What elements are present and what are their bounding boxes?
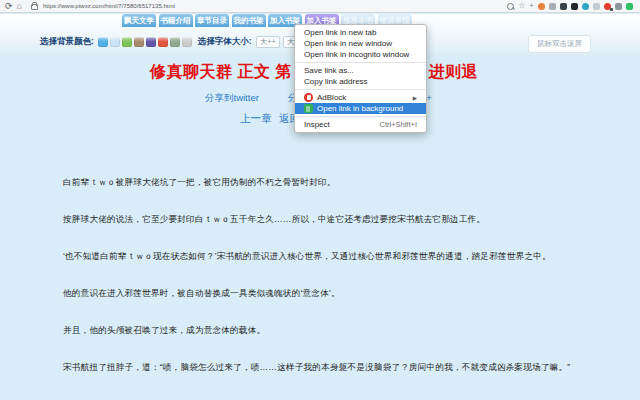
adblock-extension-icon[interactable] xyxy=(604,3,611,10)
menu-item-label: Inspect xyxy=(304,120,330,129)
menu-item[interactable]: Open link in background xyxy=(295,103,426,114)
menu-item[interactable]: Open link in incognito window xyxy=(295,49,426,60)
bg-color-swatches xyxy=(98,37,192,47)
chapter-paragraph: 白前辈ｔｗｏ被胖球大佬坑了一把，被它用伪制的不朽之骨暂时封印。 xyxy=(46,176,598,189)
bg-color-swatch[interactable] xyxy=(182,37,192,47)
bg-color-label: 选择背景颜色: xyxy=(40,36,94,48)
address-bar-url[interactable]: https://www.ptwxz.com/html/7/7580/651713… xyxy=(43,3,175,9)
menu-item-label: Open link in new window xyxy=(304,39,392,48)
font-size-button[interactable]: 大++ xyxy=(256,36,280,48)
font-size-label: 选择字体大小: xyxy=(198,36,252,48)
prev-chapter-link[interactable]: 上一章 xyxy=(240,112,272,126)
menu-item[interactable]: Save link as... xyxy=(295,65,426,76)
chapter-paragraph: 他的意识在进入邪莲世界时，被自动替换成一具类似魂魄状的‘意念体’。 xyxy=(46,287,598,300)
bg-color-swatch[interactable] xyxy=(158,37,168,47)
menu-item[interactable]: Copy link address xyxy=(295,76,426,87)
context-menu: Open link in new tabOpen link in new win… xyxy=(294,24,427,133)
home-icon[interactable]: ⌂ xyxy=(17,0,22,12)
menu-item[interactable]: InspectCtrl+Shift+I xyxy=(295,119,426,130)
browser-toolbar: ⟳ ⌂ https://www.ptwxz.com/html/7/7580/65… xyxy=(0,0,640,13)
chapter-body: 白前辈ｔｗｏ被胖球大佬坑了一把，被它用伪制的不朽之骨暂时封印。按胖球大佬的说法，… xyxy=(46,176,598,398)
extension-orange-icon[interactable] xyxy=(538,3,545,10)
screen: ⟳ ⌂ https://www.ptwxz.com/html/7/7580/65… xyxy=(0,0,640,400)
background-tab-icon xyxy=(304,104,313,113)
nav-tab[interactable]: 书籍介绍 xyxy=(159,14,193,27)
bg-color-swatch[interactable] xyxy=(170,37,180,47)
chapter-title-left: 修真聊天群 正文 第 xyxy=(150,62,292,83)
submenu-arrow-icon: ▶ xyxy=(413,95,417,101)
menu-item-label: Save link as... xyxy=(304,66,354,75)
menu-item-label: AdBlock xyxy=(317,93,346,102)
bg-color-swatch[interactable] xyxy=(134,37,144,47)
bg-color-swatch[interactable] xyxy=(98,37,108,47)
extension-dark-icon[interactable] xyxy=(571,3,578,10)
chapter-paragraph: 宋书航扭了扭脖子，道：“啧，脑袋怎么过来了，啧……这样子我的本身躯不是没脑袋了？… xyxy=(46,361,598,374)
menu-item-label: Copy link address xyxy=(304,77,368,86)
menu-item-label: Open link in new tab xyxy=(304,28,377,37)
menu-item-label: Open link in incognito window xyxy=(304,50,409,59)
nav-tab[interactable]: 章节目录 xyxy=(195,14,229,27)
bg-color-swatch[interactable] xyxy=(122,37,132,47)
lock-icon xyxy=(31,4,38,10)
menu-separator xyxy=(295,116,426,117)
adblock-icon xyxy=(304,93,313,102)
extension-grey-icon[interactable] xyxy=(549,3,556,10)
extension-teal-icon[interactable] xyxy=(582,3,589,10)
add-icon[interactable]: + xyxy=(529,2,534,10)
zoom-search-icon[interactable] xyxy=(507,3,514,10)
menu-item-label: Open link in background xyxy=(317,104,403,113)
nav-tab[interactable]: 飘天文学 xyxy=(122,14,156,27)
menu-shortcut: Ctrl+Shift+I xyxy=(379,120,417,129)
chapter-paragraph: ‘也不知道白前辈ｔｗｏ现在状态如何？’宋书航的意识进入核心世界，又通过核心世界和… xyxy=(46,250,598,263)
reload-icon[interactable]: ⟳ xyxy=(5,0,13,12)
menu-item[interactable]: AdBlock▶ xyxy=(295,92,426,103)
double-click-scroll-button[interactable]: 鼠标双击滚屏 xyxy=(528,35,591,53)
share-twitter-link[interactable]: 分享到twitter xyxy=(205,92,259,105)
chapter-paragraph: 并且，他的头颅被召唤了过来，成为意念体的载体。 xyxy=(46,324,598,337)
menu-item[interactable]: Open link in new window xyxy=(295,38,426,49)
bookmark-star-icon[interactable]: ☆ xyxy=(518,2,525,10)
nav-tab[interactable]: 我的书架 xyxy=(232,14,266,27)
extension-grey2-icon[interactable] xyxy=(615,3,622,10)
bg-color-swatch[interactable] xyxy=(110,37,120,47)
menu-separator xyxy=(295,62,426,63)
browser-action-icons: ☆+ xyxy=(507,2,635,10)
extension-green-icon[interactable] xyxy=(626,3,633,10)
menu-separator xyxy=(295,89,426,90)
extension-lightgrey-icon[interactable] xyxy=(593,3,600,10)
bg-color-swatch[interactable] xyxy=(146,37,156,47)
chapter-paragraph: 按胖球大佬的说法，它至少要封印白ｔｗｏ五千年之久……所以，中途它还考虑过要挖宋书… xyxy=(46,213,598,226)
menu-item[interactable]: Open link in new tab xyxy=(295,27,426,38)
extension-qr-icon[interactable] xyxy=(560,3,567,10)
